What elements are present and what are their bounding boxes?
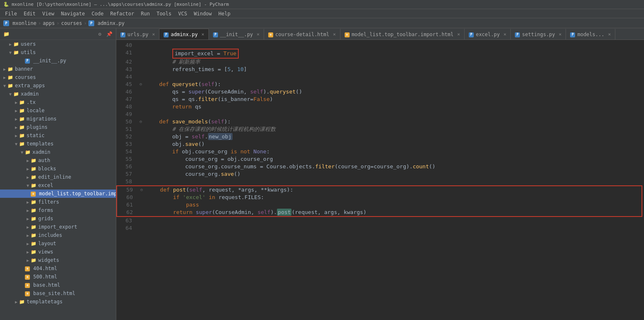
line-gutter bbox=[138, 194, 145, 201]
tree-item-includes[interactable]: ▶📁includes bbox=[0, 231, 116, 239]
sidebar-pin-icon[interactable]: 📌 bbox=[106, 31, 113, 37]
tab-close-settings[interactable]: ✕ bbox=[559, 32, 562, 37]
tab-close-course_detail[interactable]: ✕ bbox=[333, 32, 336, 37]
tree-item-xadmin2[interactable]: ▼📁xadmin bbox=[0, 148, 116, 156]
line-content[interactable]: if obj.course_org is not None: bbox=[144, 148, 644, 155]
tree-item-basesitehtml[interactable]: Hbase_site.html bbox=[0, 289, 116, 298]
line-content[interactable] bbox=[144, 42, 644, 49]
tree-item-404html[interactable]: H404.html bbox=[0, 264, 116, 273]
breadcrumb-item-apps[interactable]: apps bbox=[43, 20, 55, 26]
line-content[interactable]: # 刷新频率 bbox=[144, 58, 644, 66]
line-content[interactable]: qs = qs.filter(is_banner=False) bbox=[144, 96, 644, 103]
tree-item-grids[interactable]: ▶📁grids bbox=[0, 214, 116, 223]
tree-item-users[interactable]: ▶📁users bbox=[0, 40, 116, 48]
line-content[interactable]: return qs bbox=[144, 103, 644, 111]
tree-item-static[interactable]: ▶📁static bbox=[0, 131, 116, 140]
tree-arrow-excel: ▼ bbox=[25, 183, 31, 188]
line-content[interactable] bbox=[144, 73, 644, 81]
line-content[interactable]: return super(CourseAdmin, self).post(req… bbox=[145, 209, 642, 216]
tree-item-locale[interactable]: ▶📁locale bbox=[0, 106, 116, 115]
tree-label: migrations bbox=[27, 116, 56, 122]
tree-item-model_list_html[interactable]: Hmodel_list.top_toolbar.import.html bbox=[0, 190, 116, 198]
line-content[interactable]: def queryset(self): bbox=[144, 81, 644, 88]
tree-item-import_export[interactable]: ▶📁import_export bbox=[0, 223, 116, 231]
code-editor[interactable]: 4041 import_excel = True42 # 刷新频率43 refr… bbox=[116, 40, 644, 320]
menu-item-vcs[interactable]: VCS bbox=[175, 11, 191, 17]
tree-item-templates[interactable]: ▼📁templates bbox=[0, 140, 116, 148]
sidebar-settings-icon[interactable]: ⚙ bbox=[98, 31, 101, 37]
line-content[interactable] bbox=[144, 217, 644, 224]
tree-item-blocks[interactable]: ▶📁blocks bbox=[0, 165, 116, 173]
tree-item-xadmin[interactable]: ▼📁xadmin bbox=[0, 90, 116, 98]
menu-item-file[interactable]: File bbox=[2, 11, 20, 17]
line-content[interactable]: def post(self, request, *args, **kwargs)… bbox=[145, 186, 642, 194]
tab-model_list_import[interactable]: Hmodel_list.top_toolbar.import.html✕ bbox=[340, 29, 465, 39]
tab-adminx[interactable]: Padminx.py✕ bbox=[159, 29, 209, 39]
tree-item-excel[interactable]: ▼📁excel bbox=[0, 181, 116, 190]
line-content[interactable]: course_org.save() bbox=[144, 170, 644, 178]
tab-close-adminx[interactable]: ✕ bbox=[201, 32, 204, 37]
tree-item-basehtml[interactable]: Hbase.html bbox=[0, 281, 116, 289]
tab-settings[interactable]: Psettings.py✕ bbox=[511, 29, 566, 39]
tree-icon-folder: 📁 bbox=[31, 175, 37, 180]
line-content[interactable]: def save_models(self): bbox=[144, 118, 644, 126]
line-content[interactable]: obj = self.new_obj bbox=[144, 133, 644, 140]
menu-item-window[interactable]: Window bbox=[191, 11, 215, 17]
menu-item-tools[interactable]: Tools bbox=[153, 11, 175, 17]
line-content[interactable]: # 在保存课程的时候统计课程机构的课程数 bbox=[144, 126, 644, 133]
line-content[interactable] bbox=[144, 178, 644, 185]
tree-item-widgets[interactable]: ▶📁widgets bbox=[0, 256, 116, 264]
tree-item-filters[interactable]: ▶📁filters bbox=[0, 198, 116, 206]
line-content[interactable]: import_excel = True bbox=[144, 49, 644, 58]
tab-init[interactable]: P__init__.py✕ bbox=[209, 29, 264, 39]
tree-item-migrations[interactable]: ▶📁migrations bbox=[0, 115, 116, 123]
tab-close-urls[interactable]: ✕ bbox=[152, 32, 155, 37]
line-content[interactable]: qs = super(CourseAdmin, self).queryset() bbox=[144, 88, 644, 96]
tab-close-excel[interactable]: ✕ bbox=[504, 32, 507, 37]
line-content[interactable] bbox=[144, 224, 644, 232]
tree-item-forms[interactable]: ▶📁forms bbox=[0, 206, 116, 214]
tree-item-courses[interactable]: ▶📁courses bbox=[0, 73, 116, 81]
tree-item-500html[interactable]: H500.html bbox=[0, 273, 116, 281]
tab-course_detail[interactable]: Hcourse-detail.html✕ bbox=[264, 29, 340, 39]
line-content[interactable]: course_org = obj.course_org bbox=[144, 155, 644, 163]
breadcrumb-separator: › bbox=[38, 20, 41, 26]
breadcrumb-item-adminx.py[interactable]: Padminx.py bbox=[88, 20, 125, 26]
line-content[interactable]: obj.save() bbox=[144, 140, 644, 148]
menu-item-refactor[interactable]: Refactor bbox=[107, 11, 137, 17]
breadcrumb-item-mxonline[interactable]: mxonline bbox=[12, 20, 37, 26]
breadcrumb-item-courses[interactable]: courses bbox=[61, 20, 82, 26]
tree-item-utils[interactable]: ▼📁utils bbox=[0, 48, 116, 57]
tab-close-models[interactable]: ✕ bbox=[608, 32, 611, 37]
tree-label: extra_apps bbox=[15, 83, 45, 89]
line-gutter bbox=[137, 163, 144, 170]
line-content[interactable]: refresh_times = [5, 10] bbox=[144, 66, 644, 73]
menu-item-edit[interactable]: Edit bbox=[20, 11, 39, 17]
tab-models[interactable]: Pmodels...✕ bbox=[566, 29, 615, 39]
tree-item-utils_init[interactable]: P__init__.py bbox=[0, 57, 116, 65]
menu-item-run[interactable]: Run bbox=[137, 11, 153, 17]
tab-excel[interactable]: Pexcel.py✕ bbox=[465, 29, 511, 39]
breadcrumb-separator: › bbox=[56, 20, 59, 26]
menu-item-help[interactable]: Help bbox=[215, 11, 234, 17]
tree-item-layout[interactable]: ▶📁layout bbox=[0, 239, 116, 248]
tree-item-templatetags[interactable]: ▶📁templatetags bbox=[0, 298, 116, 306]
tab-close-model_list_import[interactable]: ✕ bbox=[457, 32, 460, 37]
line-content[interactable]: course_org.course_nums = Course.objects.… bbox=[144, 163, 644, 170]
menu-item-navigate[interactable]: Navigate bbox=[58, 11, 88, 17]
tab-urls[interactable]: Purls.py✕ bbox=[116, 29, 159, 39]
menu-item-view[interactable]: View bbox=[39, 11, 58, 17]
tree-item-views[interactable]: ▶📁views bbox=[0, 248, 116, 256]
tree-item-plugins[interactable]: ▶📁plugins bbox=[0, 123, 116, 131]
menu-item-code[interactable]: Code bbox=[88, 11, 107, 17]
tree-item-tx[interactable]: ▶📁.tx bbox=[0, 98, 116, 106]
line-content[interactable]: if 'excel' in request.FILES: bbox=[145, 194, 642, 201]
tree-item-extra_apps[interactable]: ▼📁extra_apps bbox=[0, 81, 116, 90]
tab-icon-init: P bbox=[213, 31, 218, 37]
tab-close-init[interactable]: ✕ bbox=[257, 32, 260, 37]
line-content[interactable]: pass bbox=[145, 201, 642, 209]
tree-item-auth[interactable]: ▶📁auth bbox=[0, 156, 116, 165]
line-content[interactable] bbox=[144, 111, 644, 118]
tree-item-banner[interactable]: ▶📁banner bbox=[0, 65, 116, 73]
tree-item-edit_inline[interactable]: ▶📁edit_inline bbox=[0, 173, 116, 181]
